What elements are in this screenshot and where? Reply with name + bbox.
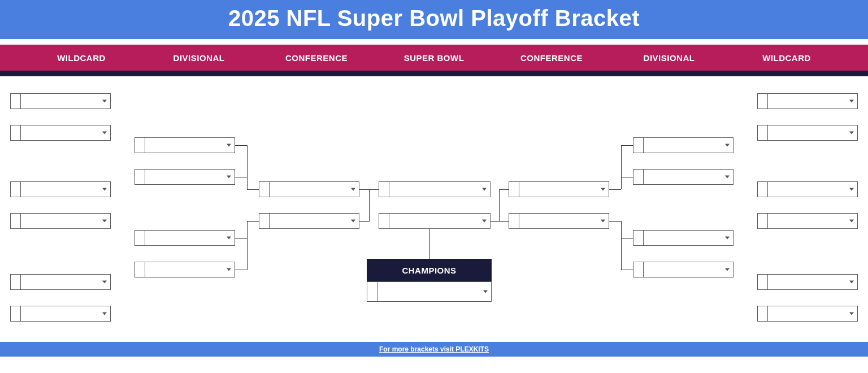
divisional-left-slot-3[interactable]: [134, 230, 235, 246]
wildcard-left-slot-4[interactable]: [10, 213, 111, 229]
conference-left-slot-2[interactable]: [259, 213, 359, 229]
round-label-wildcard-left: WILDCARD: [23, 53, 140, 63]
round-label-wildcard-right: WILDCARD: [728, 53, 845, 63]
divisional-left-slot-1[interactable]: [134, 137, 235, 153]
chevron-down-icon: [102, 132, 107, 135]
chevron-down-icon: [102, 188, 107, 191]
wildcard-right-slot-1[interactable]: [757, 93, 858, 109]
chevron-down-icon: [102, 281, 107, 284]
wildcard-right-slot-4[interactable]: [757, 213, 858, 229]
chevron-down-icon: [482, 220, 487, 223]
chevron-down-icon: [351, 220, 355, 223]
conference-right-slot-2[interactable]: [509, 213, 609, 229]
chevron-down-icon: [227, 237, 231, 240]
round-label-divisional-right: DIVISIONAL: [610, 53, 728, 63]
bracket-area: CHAMPIONS: [0, 76, 868, 342]
wildcard-left-slot-2[interactable]: [10, 125, 111, 141]
chevron-down-icon: [849, 188, 854, 191]
chevron-down-icon: [849, 100, 854, 103]
round-label-conference-left: CONFERENCE: [258, 53, 375, 63]
wildcard-left-slot-1[interactable]: [10, 93, 111, 109]
chevron-down-icon: [102, 313, 107, 315]
wildcard-left-slot-6[interactable]: [10, 306, 111, 322]
wildcard-right-slot-5[interactable]: [757, 274, 858, 290]
divisional-left-slot-2[interactable]: [134, 169, 235, 185]
divisional-left-slot-4[interactable]: [134, 262, 235, 277]
chevron-down-icon: [227, 176, 231, 179]
divisional-right-slot-2[interactable]: [633, 169, 734, 185]
chevron-down-icon: [849, 132, 854, 135]
chevron-down-icon: [351, 188, 355, 191]
conference-right-slot-1[interactable]: [509, 181, 609, 197]
wildcard-left-slot-3[interactable]: [10, 181, 111, 197]
chevron-down-icon: [725, 176, 730, 179]
divisional-right-slot-3[interactable]: [633, 230, 734, 246]
champion-slot[interactable]: [367, 281, 492, 302]
chevron-down-icon: [849, 281, 854, 284]
round-label-conference-right: CONFERENCE: [493, 53, 610, 63]
chevron-down-icon: [102, 220, 107, 223]
superbowl-slot-2[interactable]: [379, 213, 491, 229]
wildcard-left-slot-5[interactable]: [10, 274, 111, 290]
conference-left-slot-1[interactable]: [259, 181, 359, 197]
chevron-down-icon: [725, 268, 730, 271]
champions-header: CHAMPIONS: [367, 259, 492, 281]
divisional-right-slot-1[interactable]: [633, 137, 734, 153]
page-title: 2025 NFL Super Bowl Playoff Bracket: [0, 0, 868, 39]
divisional-right-slot-4[interactable]: [633, 262, 734, 277]
chevron-down-icon: [102, 100, 107, 103]
chevron-down-icon: [725, 144, 730, 147]
round-header-row: WILDCARD DIVISIONAL CONFERENCE SUPER BOW…: [0, 45, 868, 76]
divider: [0, 39, 868, 45]
superbowl-slot-1[interactable]: [379, 181, 491, 197]
chevron-down-icon: [601, 220, 605, 223]
chevron-down-icon: [725, 237, 730, 240]
chevron-down-icon: [227, 144, 231, 147]
round-label-divisional-left: DIVISIONAL: [140, 53, 258, 63]
chevron-down-icon: [849, 220, 854, 223]
chevron-down-icon: [227, 268, 231, 271]
chevron-down-icon: [482, 188, 487, 191]
chevron-down-icon: [849, 313, 854, 315]
wildcard-right-slot-3[interactable]: [757, 181, 858, 197]
chevron-down-icon: [601, 188, 605, 191]
footer-link[interactable]: For more brackets visit PLEXKITS: [0, 342, 868, 357]
wildcard-right-slot-6[interactable]: [757, 306, 858, 322]
wildcard-right-slot-2[interactable]: [757, 125, 858, 141]
round-label-superbowl: SUPER BOWL: [375, 53, 493, 63]
chevron-down-icon: [483, 290, 488, 293]
